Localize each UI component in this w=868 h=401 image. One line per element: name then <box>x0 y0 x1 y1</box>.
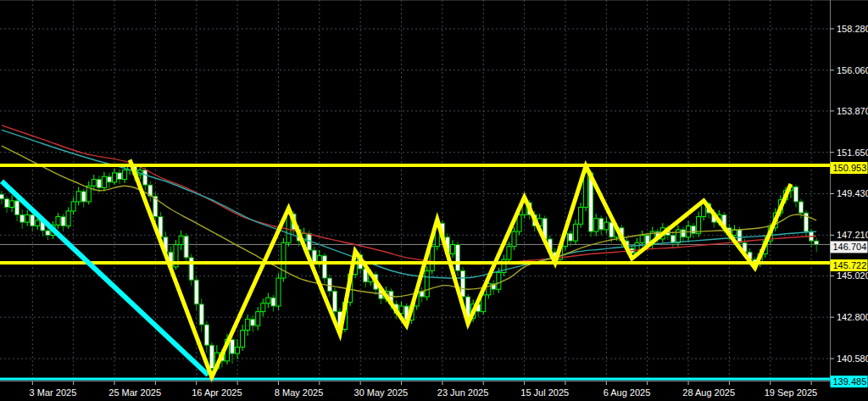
candle-body-bull <box>450 244 454 253</box>
candle-body-bull <box>112 173 116 182</box>
candle-body-bull <box>676 230 680 242</box>
candle-body-bear <box>143 170 147 186</box>
price-tick-label: 149.430 <box>837 188 868 198</box>
candle-body-bull <box>256 312 260 326</box>
candle-body-bull <box>236 347 240 354</box>
current-price-label[interactable]: 146.704 <box>831 241 868 253</box>
candle-body-bear <box>332 291 337 311</box>
date-label: 6 Aug 2025 <box>604 387 651 398</box>
candle-body-bear <box>737 230 742 242</box>
candle-body-bear <box>20 214 25 222</box>
candle <box>456 242 460 276</box>
candle-body-bear <box>61 217 65 226</box>
candle-body-bull <box>584 173 588 208</box>
date-label: 15 Jul 2025 <box>520 387 569 398</box>
candle-body-bear <box>31 214 35 226</box>
candle-body-bull <box>281 242 286 278</box>
support-price-label-value: 145.722 <box>833 260 867 270</box>
date-label: 19 Sep 2025 <box>765 387 817 398</box>
candle-body-bear <box>204 325 209 345</box>
candle-body-bull <box>512 231 516 247</box>
candle-body-bear <box>15 201 19 214</box>
candle-body-bear <box>194 280 198 304</box>
date-label: 3 Mar 2025 <box>30 387 77 398</box>
candle-body-bear <box>815 241 819 244</box>
candle-body-bull <box>25 214 30 222</box>
candle-body-bull <box>594 219 598 231</box>
candle-body-bull <box>241 331 245 348</box>
candle-body-bear <box>327 278 331 291</box>
candle-body-bull <box>66 211 70 226</box>
candle-body-bull <box>266 298 270 304</box>
candle-body-bull <box>287 214 291 242</box>
candle-body-bull <box>71 202 75 211</box>
price-tick-label: 145.020 <box>837 270 868 281</box>
candle-body-bear <box>793 187 798 202</box>
candle-body-bear <box>231 340 235 354</box>
candle-body-bear <box>670 236 675 243</box>
trading-chart-window: 158.280156.060153.870151.650149.430147.2… <box>0 0 868 401</box>
candle-body-bull <box>179 237 183 245</box>
low-level-price-label-value: 139.485 <box>833 376 867 387</box>
candle-body-bull <box>425 270 429 297</box>
price-tick-label: 158.280 <box>837 24 868 34</box>
candle-body-bear <box>189 258 193 280</box>
candle-body-bull <box>640 236 644 243</box>
date-label: 8 May 2025 <box>275 387 323 398</box>
low-level-price-label[interactable]: 139.485 <box>831 376 868 387</box>
current-price-label-value: 146.704 <box>833 242 867 252</box>
price-tick-label: 153.870 <box>837 106 868 116</box>
candle-body-bear <box>271 298 275 306</box>
candle-body-bear <box>97 180 101 188</box>
price-tick-label: 156.060 <box>837 65 868 75</box>
candle-body-bull <box>261 304 265 312</box>
candle-body-bear <box>799 202 804 213</box>
date-label: 16 Apr 2025 <box>192 387 242 398</box>
support-price-label[interactable]: 145.722 <box>831 259 868 271</box>
resistance-price-label-value: 150.953 <box>833 163 867 173</box>
candle-body-bear <box>322 256 326 278</box>
resistance-price-label[interactable]: 150.953 <box>831 162 868 174</box>
date-label: 23 Jun 2025 <box>437 387 489 398</box>
price-tick-label: 147.210 <box>837 230 868 240</box>
candle-body-bull <box>92 180 96 187</box>
candle-body-bear <box>251 319 255 326</box>
candle-body-bull <box>56 217 60 226</box>
candle-body-bear <box>456 244 460 270</box>
candle-body-bear <box>81 192 86 202</box>
price-tick-label: 151.650 <box>837 148 868 158</box>
date-label: 28 Aug 2025 <box>682 387 735 398</box>
candle-body-bull <box>507 247 511 259</box>
candle-body-bear <box>107 176 111 182</box>
candle-body-bull <box>604 222 609 230</box>
candle-body-bull <box>497 272 501 289</box>
price-tick-label: 140.580 <box>837 354 868 364</box>
candle-body-bear <box>599 219 604 230</box>
candle-body-bear <box>209 345 214 368</box>
date-label: 25 Mar 2025 <box>108 387 161 398</box>
candle-body-bull <box>123 170 127 180</box>
candle-body-bear <box>199 304 203 325</box>
candle-body-bull <box>10 201 14 208</box>
candle-body-bear <box>0 194 4 198</box>
candle-body-bear <box>568 233 572 241</box>
candle-body-bull <box>102 176 106 187</box>
candle-body-bear <box>46 231 50 235</box>
candlestick-chart-canvas[interactable]: 158.280156.060153.870151.650149.430147.2… <box>0 0 868 401</box>
candle <box>425 266 429 301</box>
candle-body-bull <box>246 319 250 330</box>
candle-body-bear <box>681 230 685 237</box>
candle-body-bull <box>276 278 281 306</box>
candle-body-bull <box>36 220 40 226</box>
candle-body-bull <box>430 247 434 271</box>
candle <box>174 240 178 270</box>
candle-body-bear <box>5 199 9 208</box>
candle-body-bull <box>574 224 578 241</box>
chart-background <box>0 0 868 401</box>
window-top-edge <box>0 0 868 1</box>
candle-body-bull <box>76 192 81 202</box>
candle-body-bull <box>579 208 583 225</box>
candle <box>281 238 286 282</box>
candle <box>276 274 281 310</box>
price-tick-label: 142.800 <box>837 312 868 322</box>
